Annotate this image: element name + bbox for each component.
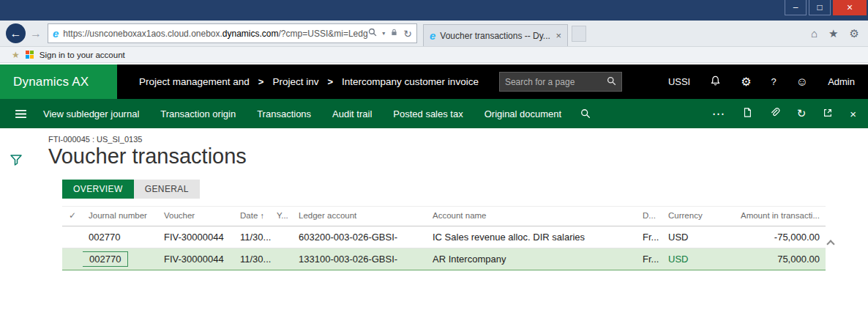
sort-ascending-icon: ↑ — [261, 211, 265, 220]
page-tabs: OVERVIEW GENERAL — [62, 180, 868, 199]
action-pane-items: View subledger journal Transaction origi… — [43, 108, 561, 119]
action-view-subledger-journal[interactable]: View subledger journal — [43, 108, 139, 119]
cell-amount[interactable]: -75,000.00 — [725, 226, 826, 248]
record-id: FTI-000045 : US_SI_0135 — [48, 135, 868, 144]
cell-year[interactable] — [271, 248, 293, 270]
security-lock-icon[interactable] — [390, 28, 398, 39]
help-icon[interactable]: ? — [771, 76, 777, 87]
url-domain: dynamics.com — [222, 29, 279, 39]
ie-logo-icon: e — [53, 27, 59, 40]
table-row-selected[interactable]: 002770 FIV-30000044 11/30... 133100-003-… — [62, 248, 826, 270]
table-row[interactable]: 002770 FIV-30000044 11/30... 603200-003-… — [62, 226, 826, 248]
feedback-smiley-icon[interactable]: ☺ — [796, 75, 808, 89]
grid-scrollbar[interactable] — [825, 238, 837, 309]
select-all-checkmark-icon[interactable]: ✓ — [62, 207, 83, 226]
address-bar[interactable]: e https://usnconeboxax1aos.cloud.onebox.… — [48, 23, 417, 43]
back-button[interactable]: ← — [6, 23, 26, 43]
action-audit-trail[interactable]: Audit trail — [332, 108, 372, 119]
url-prefix: https://usnconeboxax1aos.cloud.onebox. — [63, 29, 222, 39]
cell-voucher[interactable]: FIV-30000044 — [158, 248, 234, 270]
filter-funnel-icon[interactable] — [10, 153, 23, 169]
row-select-cell[interactable] — [62, 248, 83, 270]
cell-date[interactable]: 11/30... — [234, 248, 271, 270]
action-transaction-origin[interactable]: Transaction origin — [160, 108, 236, 119]
maximize-button[interactable]: □ — [809, 0, 831, 15]
favorites-signin-link[interactable]: Sign in to your account — [40, 51, 125, 59]
tab-ie-icon: e — [430, 29, 435, 42]
page-search-input[interactable] — [505, 77, 607, 87]
col-amount[interactable]: Amount in transacti... — [725, 207, 826, 226]
page-refresh-icon[interactable]: ↻ — [403, 28, 412, 40]
settings-gear-icon[interactable]: ⚙ — [741, 75, 751, 89]
close-page-icon[interactable]: × — [850, 108, 856, 120]
user-menu[interactable]: Admin — [828, 76, 855, 87]
cell-currency[interactable]: USD — [662, 226, 725, 248]
cell-d[interactable]: Fr... — [637, 226, 662, 248]
open-in-new-window-icon[interactable] — [823, 108, 833, 120]
notifications-bell-icon[interactable] — [710, 75, 721, 89]
new-tab-button[interactable] — [572, 26, 586, 42]
col-voucher[interactable]: Voucher — [158, 207, 234, 226]
more-options-icon[interactable]: ⋯ — [712, 106, 725, 122]
cell-year[interactable] — [271, 226, 293, 248]
cell-d[interactable]: Fr... — [637, 248, 662, 270]
hamburger-menu-icon[interactable] — [0, 109, 36, 119]
breadcrumb-item[interactable]: Project inv — [272, 76, 318, 87]
breadcrumb-item[interactable]: Intercompany customer invoice — [342, 76, 479, 87]
breadcrumb-item[interactable]: Project management and — [139, 76, 250, 87]
col-currency[interactable]: Currency — [662, 207, 725, 226]
address-dropdown-caret-icon[interactable]: ▾ — [382, 30, 385, 37]
breadcrumb: Project management and > Project inv > I… — [139, 64, 479, 99]
app-header: Dynamics AX Project management and > Pro… — [0, 64, 868, 99]
action-posted-sales-tax[interactable]: Posted sales tax — [393, 108, 463, 119]
col-d[interactable]: D... — [637, 207, 662, 226]
page-content: FTI-000045 : US_SI_0135 Voucher transact… — [0, 128, 868, 321]
col-date[interactable]: Date ↑ — [234, 207, 271, 226]
cell-date[interactable]: 11/30... — [234, 226, 271, 248]
url-text: https://usnconeboxax1aos.cloud.onebox.dy… — [63, 29, 368, 39]
tab-general[interactable]: GENERAL — [134, 180, 200, 199]
cell-ledger-account[interactable]: 133100-003-026-GBSI- — [293, 248, 427, 270]
cell-voucher[interactable]: FIV-30000044 — [158, 226, 234, 248]
dynamics-ax-logo[interactable]: Dynamics AX — [0, 64, 117, 99]
cell-journal-number[interactable]: 002770 — [83, 226, 158, 248]
action-transactions[interactable]: Transactions — [257, 108, 311, 119]
cell-journal-number-focused[interactable]: 002770 — [83, 248, 158, 270]
favorites-bar: ★ Sign in to your account — [0, 47, 868, 63]
cell-account-name[interactable]: AR Intercompany — [427, 248, 637, 270]
cell-account-name[interactable]: IC Sales revenue alloc. DIR salaries — [427, 226, 637, 248]
forward-button[interactable]: → — [30, 27, 42, 40]
window-close-button[interactable]: × — [833, 0, 867, 15]
col-year[interactable]: Y... — [271, 207, 293, 226]
focused-cell-box: 002770 — [83, 251, 128, 267]
col-date-label: Date — [240, 211, 258, 220]
browser-settings-gear-icon[interactable]: ⚙ — [850, 27, 859, 40]
address-search-icon[interactable] — [368, 28, 377, 39]
browser-nav-bar: ← → e https://usnconeboxax1aos.cloud.one… — [0, 21, 868, 47]
action-pane: View subledger journal Transaction origi… — [0, 99, 868, 128]
cell-currency[interactable]: USD — [662, 248, 725, 270]
action-search-icon[interactable] — [580, 108, 591, 119]
office-document-icon[interactable] — [742, 107, 752, 120]
action-original-document[interactable]: Original document — [484, 108, 562, 119]
cell-ledger-account[interactable]: 603200-003-026-GBSI- — [293, 226, 427, 248]
window-titlebar: – □ × — [0, 0, 868, 21]
chevron-right-icon: > — [258, 76, 264, 87]
col-account-name[interactable]: Account name — [427, 207, 637, 226]
home-icon[interactable]: ⌂ — [811, 27, 818, 40]
favorites-star-icon[interactable]: ★ — [828, 27, 838, 40]
row-select-cell[interactable] — [62, 226, 83, 248]
refresh-icon[interactable]: ↻ — [797, 107, 807, 120]
col-ledger-account[interactable]: Ledger account — [293, 207, 427, 226]
minimize-button[interactable]: – — [785, 0, 807, 15]
attachments-paperclip-icon[interactable] — [769, 107, 780, 120]
page-search-box[interactable] — [499, 72, 622, 92]
company-selector[interactable]: USSI — [668, 76, 690, 87]
tab-overview[interactable]: OVERVIEW — [62, 180, 134, 199]
browser-tab[interactable]: e Voucher transactions -- Dy... × — [423, 24, 568, 46]
col-journal-number[interactable]: Journal number — [83, 207, 158, 226]
cell-amount[interactable]: 75,000.00 — [725, 248, 826, 270]
tab-close-icon[interactable]: × — [555, 30, 561, 41]
search-icon — [607, 75, 616, 89]
scroll-up-chevron-icon[interactable] — [826, 240, 834, 248]
